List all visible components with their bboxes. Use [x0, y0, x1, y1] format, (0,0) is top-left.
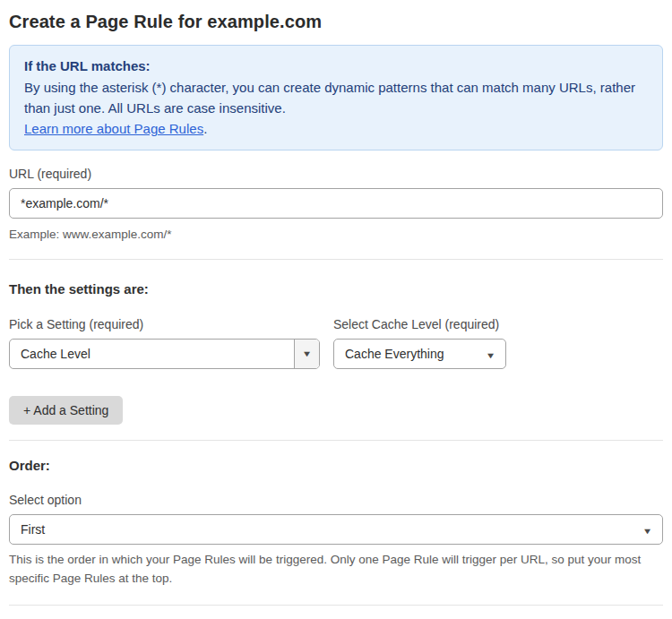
- order-select-arrow: ▼: [643, 522, 662, 537]
- url-field-label: URL (required): [9, 167, 663, 181]
- chevron-down-icon: ▼: [642, 528, 653, 536]
- setting-picker-select[interactable]: Cache Level ▼: [9, 339, 320, 369]
- order-select-label: Select option: [9, 493, 663, 507]
- url-example-text: Example: www.example.com/*: [9, 225, 663, 244]
- settings-section-heading: Then the settings are:: [9, 281, 663, 297]
- order-description: This is the order in which your Page Rul…: [9, 550, 663, 588]
- add-setting-button[interactable]: + Add a Setting: [9, 396, 123, 425]
- setting-picker-label: Pick a Setting (required): [9, 317, 320, 331]
- section-divider: [9, 605, 663, 606]
- order-section-heading: Order:: [9, 458, 663, 473]
- info-box-link-line: Learn more about Page Rules.: [24, 118, 648, 139]
- info-box-heading: If the URL matches:: [24, 56, 648, 76]
- link-suffix: .: [203, 121, 207, 136]
- chevron-down-icon: ▼: [486, 352, 496, 360]
- learn-more-link[interactable]: Learn more about Page Rules: [24, 121, 203, 136]
- page-title: Create a Page Rule for example.com: [9, 12, 663, 32]
- info-box-body: By using the asterisk (*) character, you…: [24, 77, 648, 118]
- chevron-down-icon: ▼: [302, 350, 313, 358]
- cache-level-label: Select Cache Level (required): [333, 317, 506, 331]
- setting-picker-column: Pick a Setting (required) Cache Level ▼: [9, 317, 320, 369]
- order-select[interactable]: First ▼: [9, 514, 663, 545]
- section-divider: [9, 440, 663, 441]
- url-input[interactable]: [9, 188, 663, 219]
- cache-level-value: Cache Everything: [334, 347, 487, 361]
- section-divider: [9, 259, 663, 260]
- setting-picker-value: Cache Level: [10, 347, 294, 361]
- cache-level-arrow: ▼: [487, 347, 505, 361]
- setting-picker-arrow-cell: ▼: [294, 340, 319, 368]
- cache-level-column: Select Cache Level (required) Cache Ever…: [333, 317, 506, 369]
- settings-row: Pick a Setting (required) Cache Level ▼ …: [9, 317, 663, 369]
- page-rule-form: Create a Page Rule for example.com If th…: [0, 12, 672, 619]
- url-match-info-box: If the URL matches: By using the asteris…: [9, 45, 663, 150]
- cache-level-select[interactable]: Cache Everything ▼: [333, 339, 506, 369]
- order-select-value: First: [10, 522, 643, 537]
